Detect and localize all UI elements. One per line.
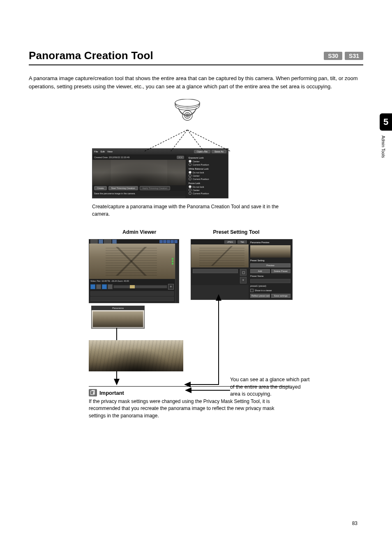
figure-caption: Create/capture a panorama image with the… [92,203,287,218]
checkbox-icon[interactable] [250,289,254,292]
preset-tool-panel: JPEG Tab ◻ + [191,239,293,300]
radio-icon[interactable] [189,160,191,163]
exposure-center[interactable]: Center [193,160,200,163]
start-trim-button[interactable]: Start Trimming Creation [108,186,138,190]
pano-header: Created Date: 2012/06/22 22:20:49 < > [92,155,186,160]
preset-tab-1[interactable]: JPEG [224,240,236,244]
panorama-preview-image [92,160,186,185]
important-text: If the privacy mask settings were change… [89,398,290,419]
control-btn-icon[interactable] [96,284,101,289]
av-tool-icon[interactable] [99,240,103,244]
focus-nolock[interactable]: Do not lock [193,186,204,188]
av-square-icon[interactable] [171,240,174,243]
plus-icon[interactable]: + [168,284,174,290]
arrow-left-icon [185,386,230,394]
radio-icon[interactable] [189,171,191,174]
svg-marker-10 [114,379,120,385]
preset-dropdown[interactable] [193,269,238,273]
admin-viewer-bottom [89,290,175,303]
focus-center[interactable]: Center [193,189,200,191]
slider-track[interactable] [113,285,167,288]
admin-viewer-label: Admin Viewer [122,229,156,235]
chapter-tab: 5 [380,113,392,131]
intro-paragraph: A panorama image capture/creation tool t… [29,74,363,91]
admin-viewer-video[interactable] [89,244,175,279]
admin-viewer-status: Video: Pan: 16.48 Tilt: -26.24 Zoom: 40.… [89,279,175,283]
preset-view-image[interactable] [191,244,249,267]
av-dropdown-2[interactable] [104,240,111,244]
admin-viewer-controls: + [89,283,175,290]
figure-block: File Edit View Open File Save As Created… [89,99,286,218]
exposure-current[interactable]: Current Position [193,164,209,166]
preset-setting-label: Preset Setting [250,259,291,262]
section-title: Panorama Creation Tool [29,49,153,62]
important-label: Important [99,390,124,396]
add-button[interactable]: Add [250,269,270,273]
arrow-corner-icon [184,329,221,390]
scrollbar[interactable] [175,244,179,303]
av-square-icon[interactable] [163,240,166,243]
save-settings-button[interactable]: Save settings [271,294,291,298]
radio-icon[interactable] [189,174,191,177]
control-btn-icon[interactable] [102,284,107,289]
svg-line-5 [145,130,187,151]
mini-pano-image[interactable] [92,310,144,328]
show-in-viewer-label[interactable]: Show in a viewer [255,289,272,292]
pano-preview-title: Panorama Preview [250,241,291,244]
av-square-icon[interactable] [159,240,163,243]
slider-thumb[interactable] [130,285,135,288]
radio-icon[interactable] [189,185,191,188]
preset-tool-label: Preset Setting Tool [213,229,259,235]
radio-icon[interactable] [189,192,191,195]
preset-pano-thumb[interactable] [250,245,291,258]
focus-current[interactable]: Current Position [193,192,209,195]
created-date-label: Created Date: 2012/06/22 22:20:49 [94,156,129,159]
wb-current[interactable]: Current Position [193,178,209,180]
panorama-output-image [89,340,183,371]
radio-icon[interactable] [189,177,191,180]
apply-trim-button[interactable]: Apply Trimming Creation [140,186,170,190]
svg-point-0 [175,99,200,106]
radio-icon[interactable] [189,163,191,166]
create-button[interactable]: Create [94,186,107,190]
view-cone-icon [142,130,233,152]
preset-lower-controls: ◻ + [191,267,249,285]
preset-tab-2[interactable]: Tab [238,240,247,244]
menu-view[interactable]: View [107,150,113,153]
glance-text: You can see at a glance which part of th… [230,376,312,398]
av-field[interactable] [90,291,174,296]
reflect-button[interactable]: Reflect preset settings [250,294,270,298]
pano-settings-panel: Exposure Lock Center Current Position Wh… [186,155,228,198]
menu-edit[interactable]: Edit [101,150,105,153]
exposure-lock-title: Exposure Lock [189,157,226,159]
mini-pano-title: Panorama [92,306,144,310]
menu-file[interactable]: File [94,150,98,153]
svg-marker-12 [216,294,221,301]
svg-marker-15 [185,387,191,393]
delete-preset-button[interactable]: Delete Preset [271,269,291,273]
wb-nolock[interactable]: Do not lock [193,171,204,174]
page-number: 83 [352,520,357,526]
wb-center[interactable]: Center [193,175,200,177]
av-dropdown-1[interactable] [90,240,98,244]
plus-icon[interactable]: + [240,277,247,283]
badge-s31: S31 [345,52,363,60]
control-btn-icon[interactable] [108,284,113,289]
av-square-icon[interactable] [167,240,170,243]
av-tool-icon[interactable] [112,240,117,244]
viewers-row: Admin Viewer Preset Setting Tool [89,229,319,419]
ctrl-square-icon[interactable]: ◻ [240,269,247,276]
preset-name-label: Preset Name: [250,275,291,277]
pano-nav-arrows[interactable]: < > [177,156,184,159]
preset-name-field[interactable] [250,279,291,283]
preset-side-panel: Panorama Preview Preset Setting Preview … [249,240,292,299]
chapter-label: Admin Tools [381,136,385,158]
control-btn-icon[interactable] [90,284,95,289]
radio-icon[interactable] [189,189,191,191]
preview-button[interactable]: Preview [250,263,291,267]
svg-line-7 [187,130,204,151]
av-field[interactable] [90,297,174,301]
camera-icon [173,99,202,131]
chapter-number: 5 [383,117,388,127]
av-square-icon[interactable] [174,240,178,243]
